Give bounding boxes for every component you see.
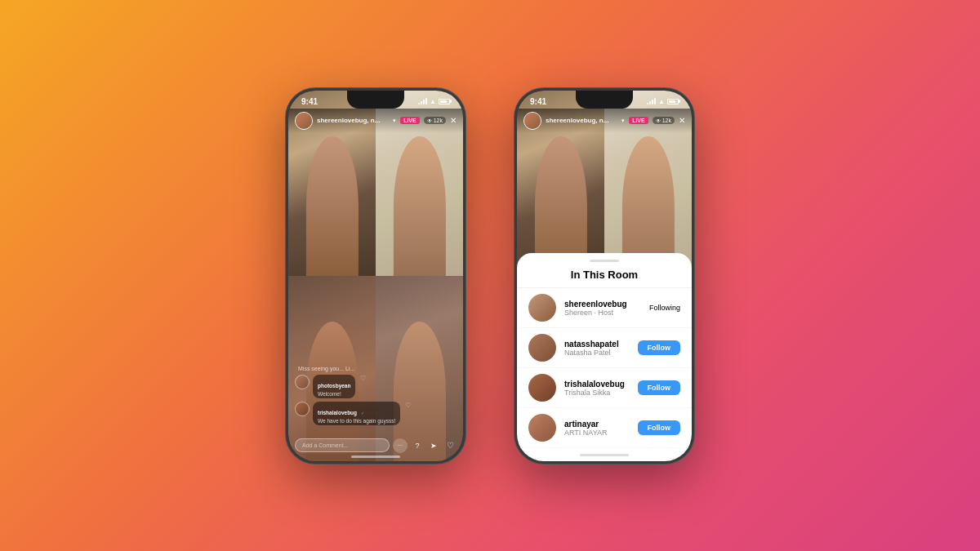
commenter-2-avatar (295, 402, 310, 416)
user-handle-3: trishalalovebug (564, 380, 630, 389)
user-avatar-4 (528, 414, 556, 442)
comment-1-content: photosbyean Welcome! (313, 375, 355, 398)
verified-icon: ✓ (361, 411, 364, 415)
host-avatar-small (295, 112, 313, 130)
user-info-2: natasshapatel Natasha Patel (564, 340, 630, 357)
close-icon-2[interactable]: ✕ (679, 116, 685, 125)
heart-icon[interactable]: ♡ (443, 439, 457, 452)
heart-icon-2[interactable]: ♡ (405, 402, 411, 409)
viewer-count-text: 12k (434, 118, 443, 123)
user-row-1: shereenlovebug Shereen · Host Following (517, 288, 692, 328)
live-header-2: shereenlovebug, n... ▾ LIVE 👁 12k ✕ (517, 109, 692, 133)
home-indicator-2 (580, 454, 629, 456)
comment-1: photosbyean Welcome! ♡ (295, 375, 457, 398)
battery-icon (439, 99, 450, 104)
host-username: shereenlovebug, n... (317, 117, 389, 124)
user-avatar-2 (528, 334, 556, 362)
request-join-icon (528, 456, 556, 460)
wifi-icon: ▲ (430, 98, 436, 105)
status-bar: 9:41 ▲ (288, 91, 463, 109)
user-handle-2: natasshapatel (564, 340, 630, 349)
live-badge-2: LIVE (629, 117, 648, 124)
eye-icon-2: 👁 (656, 118, 661, 123)
user-list: shereenlovebug Shereen · Host Following (517, 288, 692, 460)
commenter-2-text: We have to do this again guysss! (318, 418, 395, 424)
user-avatar-3 (528, 374, 556, 402)
follow-button-4[interactable]: Follow (638, 420, 681, 435)
phone-1-screen: 9:41 ▲ (288, 91, 463, 461)
more-button[interactable]: ··· (393, 438, 408, 453)
comments-area: Miss seeing you... Li... photosbyean Wel… (295, 366, 457, 429)
status-time: 9:41 (301, 97, 318, 106)
viewer-count: 👁 12k (424, 117, 446, 124)
comment-placeholder: Add a Comment... (302, 442, 348, 448)
commenter-1-username: photosbyean (318, 383, 350, 389)
user-handle-4: artinayar (564, 420, 630, 429)
battery-icon-2 (667, 99, 679, 104)
status-time-2: 9:41 (530, 97, 546, 106)
user-info-3: trishalalovebug Trishala Sikka (564, 380, 630, 397)
chevron-down-icon: ▾ (393, 118, 396, 124)
user-handle-1: shereenlovebug (564, 300, 641, 309)
phone-2-screen: 9:41 ▲ (517, 91, 692, 461)
phones-container: 9:41 ▲ (286, 88, 694, 464)
bottom-toolbar: Add a Comment... ··· ? ➤ ♡ (295, 438, 457, 453)
comment-input[interactable]: Add a Comment... (295, 438, 390, 452)
status-bar-2: 9:41 ▲ (517, 91, 692, 109)
host-username-2: shereenlovebug, n... (546, 117, 617, 124)
host-avatar-small-2 (523, 112, 541, 130)
user-info-1: shereenlovebug Shereen · Host (564, 300, 641, 317)
status-icons: ▲ (418, 98, 450, 105)
wifi-icon-2: ▲ (658, 98, 665, 105)
commenter-2-username: trishalalovebug (318, 410, 357, 415)
commenter-1-text: Welcome! (318, 391, 350, 397)
close-icon[interactable]: ✕ (450, 116, 457, 125)
sheet-handle (590, 260, 619, 262)
viewer-count-text-2: 12k (662, 118, 671, 123)
viewer-count-2: 👁 12k (653, 117, 675, 124)
missed-text: Miss seeing you... Li... (295, 366, 457, 371)
bottom-sheet: In This Room shereenlovebug Shereen · Ho… (517, 253, 692, 460)
user-row-2: natasshapatel Natasha Patel Follow (517, 328, 692, 368)
home-indicator (351, 455, 400, 458)
question-icon[interactable]: ? (411, 439, 424, 452)
chevron-down-icon-2: ▾ (621, 118, 625, 124)
follow-button-2[interactable]: Follow (638, 340, 681, 355)
user-name-4: ARTI NAYAR (564, 429, 630, 437)
live-badge: LIVE (400, 117, 420, 124)
user-name-1: Shereen · Host (564, 309, 641, 317)
phone-1: 9:41 ▲ (286, 88, 466, 464)
phone-2: 9:41 ▲ (514, 88, 694, 464)
comment-2-content: trishalalovebug ✓ We have to do this aga… (313, 402, 400, 425)
host-badge: · Host (595, 309, 614, 317)
signal-icon (418, 98, 427, 104)
status-icons-2: ▲ (647, 98, 679, 105)
send-icon[interactable]: ➤ (427, 439, 440, 452)
live-header: shereenlovebug, n... ▾ LIVE 👁 12k ✕ (288, 109, 463, 133)
user-row-3: trishalalovebug Trishala Sikka Follow (517, 368, 692, 408)
user-name-2: Natasha Patel (564, 349, 630, 357)
follow-button-3[interactable]: Follow (638, 380, 681, 395)
user-info-4: artinayar ARTI NAYAR (564, 420, 630, 437)
user-avatar-1 (528, 294, 556, 322)
user-name-3: Trishala Sikka (564, 389, 630, 397)
sheet-title: In This Room (517, 265, 692, 288)
heart-icon-1[interactable]: ♡ (360, 375, 366, 382)
following-button-1[interactable]: Following (649, 300, 680, 315)
signal-icon-2 (647, 98, 656, 104)
user-row-4: artinayar ARTI NAYAR Follow (517, 408, 692, 448)
comment-2: trishalalovebug ✓ We have to do this aga… (295, 402, 457, 425)
commenter-1-avatar (295, 375, 310, 389)
eye-icon: 👁 (427, 118, 432, 123)
